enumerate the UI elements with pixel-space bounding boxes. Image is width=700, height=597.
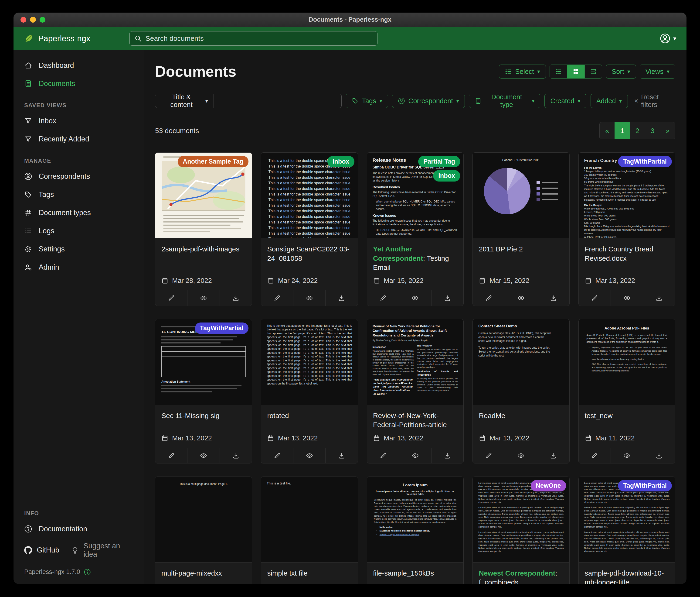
edit-button[interactable] bbox=[261, 448, 293, 463]
added-filter-button[interactable]: Added ▾ bbox=[591, 94, 628, 108]
tag-badge[interactable]: Partial Tag bbox=[418, 156, 460, 167]
info-circle-icon[interactable] bbox=[84, 569, 91, 576]
preview-button[interactable] bbox=[188, 290, 220, 306]
document-thumbnail[interactable]: This is a multi page document. Page 1. bbox=[155, 477, 252, 563]
document-correspondent[interactable]: Newest Correspondent bbox=[479, 569, 555, 577]
tag-badge[interactable]: Inbox bbox=[433, 170, 460, 182]
maximize-window-button[interactable] bbox=[40, 17, 45, 23]
document-thumbnail[interactable]: Lorem ipsum dolor sit amet, consectetur … bbox=[473, 477, 569, 563]
edit-button[interactable] bbox=[367, 290, 399, 306]
user-menu[interactable]: ▾ bbox=[660, 33, 676, 44]
sidebar-item-recently-added[interactable]: Recently Added bbox=[14, 130, 144, 148]
preview-button[interactable] bbox=[294, 448, 326, 463]
sidebar-item-logs[interactable]: Logs bbox=[14, 222, 144, 240]
document-title[interactable]: ReadMe bbox=[479, 412, 505, 420]
document-title[interactable]: f_combineds bbox=[479, 578, 518, 584]
document-type-filter-button[interactable]: Document type ▾ bbox=[469, 94, 540, 108]
view-details-button[interactable] bbox=[584, 65, 602, 78]
minimize-window-button[interactable] bbox=[30, 17, 36, 23]
document-title[interactable]: test_new bbox=[585, 412, 613, 420]
document-thumbnail[interactable]: French Country Bread For the Leaven: 1 h… bbox=[579, 152, 675, 238]
view-grid-button[interactable] bbox=[567, 65, 585, 78]
preview-button[interactable] bbox=[294, 290, 326, 306]
pagination-page-3[interactable]: 3 bbox=[645, 122, 660, 139]
document-title[interactable]: Sonstige ScanPC2022 03-24_081058 bbox=[267, 245, 350, 262]
tag-badge[interactable]: TagWithPartial bbox=[195, 323, 249, 334]
document-thumbnail[interactable]: Lorem ipsum Lorem ipsum dolor sit amet, … bbox=[367, 477, 464, 563]
views-button[interactable]: Views ▾ bbox=[640, 65, 675, 78]
edit-button[interactable] bbox=[261, 290, 293, 306]
edit-button[interactable] bbox=[155, 290, 188, 306]
document-title[interactable]: sample-pdf-download-10-mb-longer-title bbox=[585, 569, 664, 584]
document-thumbnail[interactable]: Review of New York Federal Petitions for… bbox=[367, 319, 464, 405]
preview-button[interactable] bbox=[505, 448, 537, 463]
document-title[interactable]: simple txt file bbox=[267, 569, 307, 577]
download-button[interactable] bbox=[537, 290, 569, 306]
sidebar-item-tags[interactable]: Tags bbox=[14, 186, 144, 204]
correspondent-filter-button[interactable]: Correspondent ▾ bbox=[392, 94, 465, 108]
document-thumbnail[interactable]: Adobe Acrobat PDF Files Adobe® Portable … bbox=[579, 319, 675, 405]
edit-button[interactable] bbox=[473, 290, 505, 306]
tag-badge[interactable]: NewOne bbox=[531, 480, 566, 492]
sidebar-item-inbox[interactable]: Inbox bbox=[14, 112, 144, 130]
document-title[interactable]: file-sample_150kBs bbox=[373, 569, 434, 577]
reset-filters-button[interactable]: × Reset filters bbox=[634, 93, 675, 109]
download-button[interactable] bbox=[431, 448, 464, 463]
document-thumbnail[interactable]: Lorem ipsum dolor sit amet, consectetur … bbox=[579, 477, 675, 563]
sidebar-item-correspondents[interactable]: Correspondents bbox=[14, 167, 144, 186]
edit-button[interactable] bbox=[579, 448, 611, 463]
filter-text-input[interactable] bbox=[214, 94, 342, 108]
tag-badge[interactable]: TagWithPartial bbox=[618, 480, 672, 492]
download-button[interactable] bbox=[431, 290, 464, 306]
title-content-dropdown[interactable]: Title & content ▾ bbox=[155, 94, 214, 108]
sidebar-item-documents[interactable]: Documents bbox=[14, 75, 144, 93]
document-title[interactable]: 2sample-pdf-with-images bbox=[161, 245, 240, 253]
document-title[interactable]: Sec 11-Missing sig bbox=[161, 412, 220, 420]
sort-button[interactable]: Sort ▾ bbox=[606, 65, 636, 78]
select-button[interactable]: Select ▾ bbox=[499, 65, 546, 78]
document-title[interactable]: multi-page-mixedxx bbox=[161, 569, 222, 577]
edit-button[interactable] bbox=[155, 448, 188, 463]
app-brand[interactable]: Paperless-ngx bbox=[24, 33, 90, 44]
sidebar-item-documentation[interactable]: Documentation bbox=[14, 520, 144, 538]
preview-button[interactable] bbox=[611, 290, 643, 306]
download-button[interactable] bbox=[326, 448, 357, 463]
document-thumbnail[interactable]: 11. CONTINUING MEDICAL EDUCATION bbox=[155, 319, 252, 405]
search-input[interactable] bbox=[146, 34, 373, 42]
tags-filter-button[interactable]: Tags ▾ bbox=[346, 94, 388, 108]
edit-button[interactable] bbox=[367, 448, 399, 463]
sidebar-item-settings[interactable]: Settings bbox=[14, 240, 144, 258]
preview-button[interactable] bbox=[505, 290, 537, 306]
preview-button[interactable] bbox=[399, 290, 431, 306]
view-list-button[interactable] bbox=[550, 65, 567, 78]
pagination-page-2[interactable]: 2 bbox=[630, 122, 645, 139]
pagination-page-1[interactable]: 1 bbox=[615, 122, 630, 139]
created-filter-button[interactable]: Created ▾ bbox=[545, 94, 586, 108]
close-window-button[interactable] bbox=[21, 17, 26, 23]
document-correspondent[interactable]: Yet Another Correspondent bbox=[373, 245, 423, 262]
document-title[interactable]: French Country Bread Revised.docx bbox=[585, 245, 653, 262]
document-title[interactable]: 2011 BP Pie 2 bbox=[479, 245, 523, 253]
document-thumbnail[interactable]: Patient BP Distribution 2011 bbox=[473, 152, 569, 238]
sidebar-item-document-types[interactable]: Document types bbox=[14, 204, 144, 222]
download-button[interactable] bbox=[537, 448, 569, 463]
edit-button[interactable] bbox=[473, 448, 505, 463]
document-thumbnail[interactable]: Contact Sheet Demo Given a set of image … bbox=[473, 319, 569, 405]
document-title[interactable]: Review-of-New-York-Federal-Petitions-art… bbox=[373, 412, 447, 429]
download-button[interactable] bbox=[643, 290, 675, 306]
document-thumbnail[interactable]: This is the text that appears on the fir… bbox=[261, 319, 357, 405]
sidebar-item-suggest-idea[interactable]: Suggest an idea bbox=[71, 538, 133, 562]
document-thumbnail[interactable]: This is a test file. bbox=[261, 477, 357, 563]
sidebar-item-admin[interactable]: Admin bbox=[14, 258, 144, 277]
pagination-prev[interactable]: « bbox=[599, 122, 615, 139]
tag-badge[interactable]: TagWithPartial bbox=[618, 156, 672, 167]
preview-button[interactable] bbox=[399, 448, 431, 463]
download-button[interactable] bbox=[220, 448, 252, 463]
preview-button[interactable] bbox=[611, 448, 643, 463]
sidebar-item-dashboard[interactable]: Dashboard bbox=[14, 56, 144, 75]
document-title[interactable]: rotated bbox=[267, 412, 289, 420]
pagination-next[interactable]: » bbox=[660, 122, 675, 139]
edit-button[interactable] bbox=[579, 290, 611, 306]
sidebar-item-github[interactable]: GitHub bbox=[24, 542, 59, 558]
download-button[interactable] bbox=[220, 290, 252, 306]
